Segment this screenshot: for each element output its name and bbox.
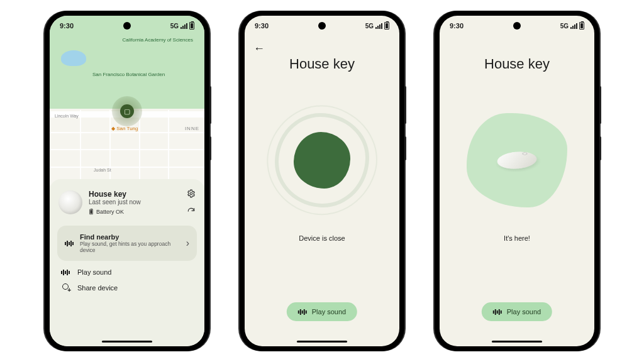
signal-icon bbox=[570, 23, 577, 29]
battery-icon bbox=[189, 22, 194, 30]
map-poi-santung: ◆ San Tung bbox=[111, 126, 138, 131]
signal-icon bbox=[375, 23, 382, 29]
share-device-row[interactable]: Share device bbox=[57, 276, 197, 292]
screen-finder-here: 9:30 5G House key It's here! Play sound bbox=[440, 16, 594, 346]
play-sound-button[interactable]: Play sound bbox=[482, 302, 552, 321]
proximity-indicator bbox=[440, 113, 594, 207]
status-network: 5G bbox=[170, 23, 179, 30]
map-lake bbox=[61, 50, 86, 66]
status-network: 5G bbox=[365, 23, 374, 30]
screen-map: 9:30 5G California Academy of Sciences S… bbox=[50, 16, 204, 346]
chevron-right-icon: › bbox=[186, 238, 189, 249]
play-sound-label: Play sound bbox=[312, 308, 346, 315]
home-indicator[interactable] bbox=[102, 341, 152, 343]
play-sound-label: Play sound bbox=[77, 268, 111, 276]
device-header-row: House key Last seen just now Battery OK bbox=[57, 187, 197, 222]
device-thumbnail bbox=[58, 190, 82, 214]
proximity-status: Device is close bbox=[245, 234, 399, 242]
sound-wave-icon bbox=[65, 241, 74, 246]
phone-frame-finder-here: 9:30 5G House key It's here! Play sound bbox=[435, 11, 599, 351]
status-time: 9:30 bbox=[450, 22, 464, 30]
share-icon bbox=[61, 283, 70, 292]
battery-icon bbox=[384, 22, 389, 30]
map-road-lincoln: Lincoln Way bbox=[55, 114, 79, 118]
find-nearby-card[interactable]: Find nearby Play sound, get hints as you… bbox=[57, 226, 197, 261]
finder-title: House key bbox=[245, 56, 399, 72]
battery-small-icon bbox=[89, 209, 93, 214]
map-district: INNE bbox=[185, 126, 199, 131]
refresh-icon[interactable] bbox=[187, 207, 196, 216]
map-poi-garden: San Francisco Botanical Garden bbox=[92, 72, 165, 78]
sound-wave-icon bbox=[61, 270, 70, 275]
device-last-seen: Last seen just now bbox=[89, 199, 141, 206]
settings-icon[interactable] bbox=[187, 189, 196, 198]
play-sound-row[interactable]: Play sound bbox=[57, 261, 197, 276]
phone-frame-map: 9:30 5G California Academy of Sciences S… bbox=[45, 11, 209, 351]
camera-hole bbox=[123, 22, 131, 30]
phone-frame-finder-close: 9:30 5G ← House key Device is close Play… bbox=[240, 11, 404, 351]
battery-icon bbox=[579, 22, 584, 30]
device-pin-icon: ▢ bbox=[120, 104, 134, 118]
signal-icon bbox=[180, 23, 187, 29]
tracker-tag-icon bbox=[493, 149, 541, 172]
play-sound-button[interactable]: Play sound bbox=[287, 302, 357, 321]
proximity-blob-icon bbox=[294, 132, 350, 189]
status-network: 5G bbox=[560, 23, 569, 30]
proximity-status: It's here! bbox=[440, 234, 594, 242]
share-device-label: Share device bbox=[77, 284, 118, 292]
back-button[interactable]: ← bbox=[253, 42, 265, 55]
svg-point-0 bbox=[190, 192, 192, 195]
find-nearby-subtitle: Play sound, get hints as you approach de… bbox=[80, 241, 180, 253]
status-time: 9:30 bbox=[60, 22, 74, 30]
device-battery: Battery OK bbox=[89, 208, 141, 216]
map-view[interactable]: California Academy of Sciences San Franc… bbox=[50, 16, 204, 185]
sound-wave-icon bbox=[493, 309, 502, 315]
map-road-judah: Judah St bbox=[94, 168, 111, 172]
home-indicator[interactable] bbox=[492, 341, 542, 343]
status-time: 9:30 bbox=[255, 22, 269, 30]
screen-finder-close: 9:30 5G ← House key Device is close Play… bbox=[245, 16, 399, 346]
home-indicator[interactable] bbox=[297, 341, 347, 343]
find-nearby-title: Find nearby bbox=[80, 233, 180, 241]
map-poi-academy: California Academy of Sciences bbox=[123, 38, 194, 43]
sound-wave-icon bbox=[298, 309, 307, 315]
camera-hole bbox=[318, 22, 326, 30]
finder-title: House key bbox=[440, 56, 594, 72]
play-sound-label: Play sound bbox=[507, 308, 541, 315]
found-blob-icon bbox=[467, 113, 567, 207]
camera-hole bbox=[513, 22, 521, 30]
device-name: House key bbox=[89, 190, 141, 199]
proximity-indicator bbox=[245, 113, 399, 207]
device-bottom-sheet[interactable]: House key Last seen just now Battery OK bbox=[50, 179, 204, 346]
device-location-pin[interactable]: ▢ bbox=[112, 96, 142, 126]
